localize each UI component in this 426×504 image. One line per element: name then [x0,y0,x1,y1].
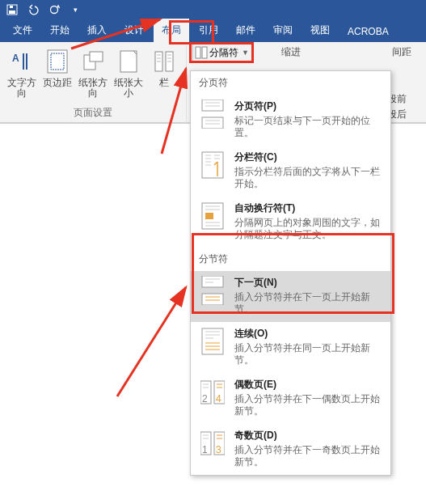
tab-acrobat[interactable]: ACROBA [340,21,397,42]
svg-rect-18 [205,213,213,219]
size-icon [116,49,141,74]
dd-item-odd-page[interactable]: 13 奇数页(D) 插入分节符并在下一奇数页上开始新节。 [191,424,390,475]
margins-label: 页边距 [43,78,72,88]
svg-rect-15 [202,117,223,129]
save-icon[interactable] [5,2,19,17]
dd-item-even-page[interactable]: 24 偶数页(E) 插入分节符并在下一偶数页上开始新节。 [191,373,390,424]
svg-point-3 [51,6,58,14]
dd-next-page-desc: 插入分节符并在下一页上开始新节。 [234,291,382,316]
tab-file[interactable]: 文件 [5,19,40,42]
odd-page-icon: 13 [199,429,226,460]
dd-text-wrapping-title: 自动换行符(T) [234,201,382,215]
svg-rect-12 [196,47,200,58]
svg-rect-20 [202,294,223,305]
svg-rect-19 [202,276,223,287]
even-page-icon: 24 [199,378,226,409]
tab-insert[interactable]: 插入 [79,19,115,42]
tab-references[interactable]: 引用 [191,19,226,42]
svg-text:2: 2 [202,393,208,404]
columns-icon [151,49,177,74]
svg-text:1: 1 [202,444,208,455]
breaks-icon [195,46,208,59]
margins-button[interactable]: 页边距 [40,47,74,99]
columns-button[interactable]: 栏 [147,47,181,99]
next-page-icon [199,276,226,307]
svg-rect-13 [202,47,207,58]
svg-rect-16 [202,152,223,178]
text-direction-label: 文字方向 [5,78,39,99]
dd-section-page-breaks: 分页符 [191,71,390,95]
svg-text:4: 4 [216,393,221,404]
size-label: 纸张大小 [112,78,146,99]
dd-text-wrapping-desc: 分隔网页上的对象周围的文字，如分隔题注文字与正文。 [234,217,382,241]
tab-layout[interactable]: 布局 [154,19,189,42]
breaks-label: 分隔符 [209,46,238,60]
dd-item-column-break[interactable]: 分栏符(C) 指示分栏符后面的文字将从下一栏开始。 [191,146,390,197]
svg-rect-9 [120,51,137,72]
dd-section-section-breaks: 分节符 [191,248,390,271]
tab-home[interactable]: 开始 [42,19,78,42]
tab-mailings[interactable]: 邮件 [228,19,264,42]
orientation-label: 纸张方向 [76,78,110,99]
dd-next-page-title: 下一页(N) [234,276,382,290]
text-direction-icon: A [9,49,35,74]
qat-customize-icon[interactable]: ▾ [68,2,82,17]
orientation-icon [80,49,106,74]
group-page-setup: A 文字方向 页边距 纸张方向 纸张大小 栏 页面设置 [0,45,187,123]
dd-continuous-title: 连续(O) [234,327,382,341]
quick-access-toolbar: ▾ [0,0,426,19]
dd-item-continuous[interactable]: 连续(O) 插入分节符并在同一页上开始新节。 [191,322,390,373]
column-break-icon [199,150,226,181]
dd-item-next-page[interactable]: 下一页(N) 插入分节符并在下一页上开始新节。 [191,271,390,322]
svg-rect-1 [9,11,15,14]
size-button[interactable]: 纸张大小 [112,47,146,99]
page-break-icon [199,100,226,130]
dd-even-page-title: 偶数页(E) [234,378,382,392]
breaks-dropdown: 分页符 分页符(P) 标记一页结束与下一页开始的位置。 分栏符(C) 指示分栏符… [190,70,391,476]
spacing-group-label: 间距 [392,45,411,59]
indent-group-label: 缩进 [281,45,301,59]
margins-icon [44,49,70,74]
svg-rect-21 [202,328,223,354]
dd-even-page-desc: 插入分节符并在下一偶数页上开始新节。 [234,393,382,417]
columns-label: 栏 [159,78,169,88]
breaks-button[interactable]: 分隔符 ▼ [192,44,253,61]
group-page-setup-label: 页面设置 [74,106,112,120]
dd-item-text-wrapping[interactable]: 自动换行符(T) 分隔网页上的对象周围的文字，如分隔题注文字与正文。 [191,197,390,248]
chevron-down-icon: ▼ [242,49,249,57]
dd-continuous-desc: 插入分节符并在同一页上开始新节。 [234,342,382,366]
continuous-icon [199,327,226,358]
svg-text:3: 3 [216,444,221,455]
dd-page-break-title: 分页符(P) [234,100,382,113]
tab-review[interactable]: 审阅 [265,19,301,42]
orientation-button[interactable]: 纸张方向 [76,47,110,99]
ribbon-tabs: 文件 开始 插入 设计 布局 引用 邮件 审阅 视图 ACROBA [0,19,426,42]
dd-item-page-break[interactable]: 分页符(P) 标记一页结束与下一页开始的位置。 [191,95,390,146]
dd-odd-page-desc: 插入分节符并在下一奇数页上开始新节。 [234,444,382,468]
svg-rect-2 [10,6,13,8]
dd-odd-page-title: 奇数页(D) [234,429,382,443]
dd-page-break-desc: 标记一页结束与下一页开始的位置。 [234,115,382,139]
text-direction-button[interactable]: A 文字方向 [5,47,39,99]
redo-icon[interactable] [47,2,61,17]
dd-column-break-title: 分栏符(C) [234,150,382,164]
text-wrapping-icon [199,201,226,232]
undo-icon[interactable] [26,2,40,17]
svg-text:A: A [12,53,19,64]
tab-view[interactable]: 视图 [302,19,338,42]
tab-design[interactable]: 设计 [116,19,152,42]
svg-rect-14 [202,100,223,111]
svg-rect-8 [90,52,103,61]
dd-column-break-desc: 指示分栏符后面的文字将从下一栏开始。 [234,166,382,190]
